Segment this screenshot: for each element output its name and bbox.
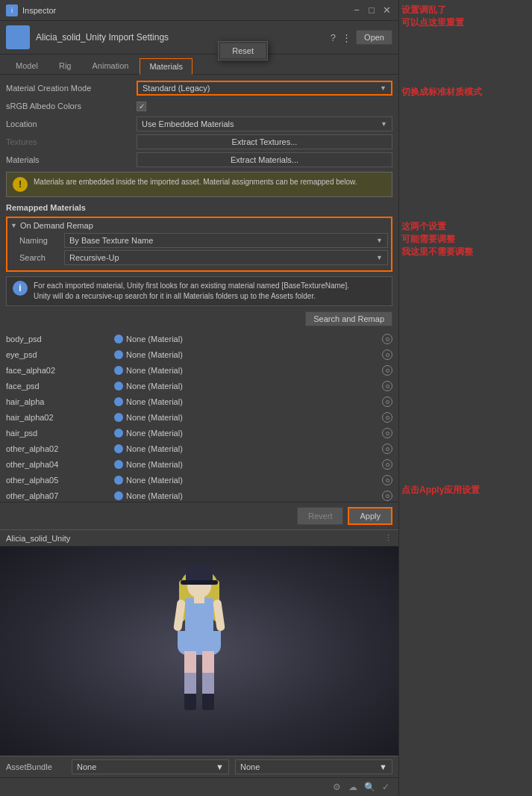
material-target-icon[interactable]: [382, 491, 392, 501]
minimize-button[interactable]: −: [351, 4, 363, 16]
toolbar-icon-1[interactable]: ⚙: [330, 780, 343, 794]
search-remap-container: Search and Remap: [6, 309, 392, 329]
preview-menu-button[interactable]: ⋮: [384, 533, 392, 543]
info-icon: i: [13, 281, 28, 296]
material-none-label: None (Material): [126, 350, 183, 359]
srgb-checkbox[interactable]: ✓: [137, 102, 146, 111]
srgb-value: ✓: [137, 102, 392, 111]
material-creation-mode-dropdown[interactable]: Standard (Legacy) ▼: [137, 81, 392, 96]
table-row: hair_alpha02 None (Material): [6, 410, 392, 425]
material-value: None (Material): [114, 334, 392, 344]
extract-materials-button[interactable]: Extract Materials...: [137, 152, 392, 167]
header-left: i Inspector: [6, 4, 56, 16]
inspector-title: Inspector: [22, 6, 56, 15]
material-target-icon[interactable]: [382, 334, 392, 344]
search-row: Search Recursive-Up ▼: [10, 250, 388, 265]
remapped-materials-header: Remapped Materials: [6, 202, 392, 214]
material-dot-icon: [114, 444, 123, 453]
table-row: face_alpha02 None (Material): [6, 363, 392, 378]
preview-header: Alicia_solid_Unity ⋮: [0, 530, 398, 547]
info-text: For each imported material, Unity first …: [34, 281, 349, 302]
asset-bundle-select1[interactable]: None ▼: [72, 759, 229, 774]
on-demand-remap-title: On Demand Remap: [20, 221, 93, 230]
help-button[interactable]: ?: [329, 31, 337, 45]
material-none-label: None (Material): [126, 491, 183, 500]
toolbar-icon-4[interactable]: ✓: [379, 780, 392, 794]
material-target-icon[interactable]: [382, 459, 392, 470]
warning-box: ! Materials are embedded inside the impo…: [6, 172, 392, 197]
inspector-icon: i: [6, 4, 18, 16]
search-value: Recursive-Up ▼: [64, 250, 388, 265]
tab-animation[interactable]: Animation: [82, 57, 138, 74]
asset-bundle-row: AssetBundle None ▼ None ▼: [0, 756, 398, 777]
extract-textures-button[interactable]: Extract Textures...: [137, 134, 392, 149]
ab-select1-arrow-icon: ▼: [216, 762, 224, 771]
material-target-icon[interactable]: [382, 349, 392, 360]
naming-dropdown[interactable]: By Base Texture Name ▼: [64, 233, 388, 248]
file-header-right: ? ⋮ Open: [329, 30, 392, 45]
material-none-label: None (Material): [126, 335, 183, 343]
file-icon: [6, 25, 30, 49]
material-dot-icon: [114, 476, 123, 485]
search-dropdown[interactable]: Recursive-Up ▼: [64, 250, 388, 265]
material-name: body_psd: [6, 335, 114, 343]
material-name: hair_alpha02: [6, 413, 114, 422]
toolbar-icon-3[interactable]: 🔍: [363, 780, 376, 794]
material-dot-icon: [114, 491, 123, 500]
material-target-icon[interactable]: [382, 444, 392, 454]
tab-rig[interactable]: Rig: [49, 57, 81, 74]
annotation-reset: 设置调乱了 可以点这里重置: [401, 4, 528, 29]
material-target-icon[interactable]: [382, 412, 392, 423]
close-button[interactable]: ✕: [381, 4, 392, 16]
maximize-button[interactable]: □: [366, 4, 378, 16]
table-row: other_alpha04 None (Material): [6, 457, 392, 472]
file-name: Alicia_solid_Unity Import Settings: [36, 32, 323, 43]
material-target-icon[interactable]: [382, 428, 392, 438]
tab-model[interactable]: Model: [6, 57, 48, 74]
settings-area: Material Creation Mode Standard (Legacy)…: [0, 75, 398, 502]
material-value: None (Material): [114, 491, 392, 501]
material-value: None (Material): [114, 428, 392, 438]
revert-button[interactable]: Revert: [297, 507, 343, 525]
table-row: hair_psd None (Material): [6, 426, 392, 441]
search-remap-button[interactable]: Search and Remap: [305, 311, 392, 326]
material-list: body_psd None (Material) eye_psd None (M…: [6, 332, 392, 502]
asset-bundle-select2[interactable]: None ▼: [235, 759, 392, 774]
reset-button[interactable]: Reset: [220, 43, 266, 58]
file-header: Alicia_solid_Unity Import Settings ? ⋮ O…: [0, 21, 398, 55]
table-row: other_alpha07 None (Material): [6, 488, 392, 502]
collapse-icon[interactable]: ▼: [10, 222, 17, 229]
naming-row: Naming By Base Texture Name ▼: [10, 233, 388, 248]
table-row: other_alpha05 None (Material): [6, 473, 392, 488]
open-button[interactable]: Open: [356, 30, 392, 45]
material-target-icon[interactable]: [382, 475, 392, 485]
bottom-actions: Revert Apply: [0, 502, 398, 529]
table-row: eye_psd None (Material): [6, 347, 392, 362]
tabs-bar: Model Rig Animation Materials: [0, 55, 398, 75]
material-value: None (Material): [114, 475, 392, 485]
materials-label: Materials: [6, 155, 137, 164]
location-dropdown[interactable]: Use Embedded Materials ▼: [137, 116, 392, 131]
material-name: other_alpha05: [6, 476, 114, 485]
toolbar-icon-2[interactable]: ☁: [346, 780, 360, 794]
textures-label: Textures: [6, 137, 137, 146]
material-target-icon[interactable]: [382, 365, 392, 376]
warning-text: Materials are embedded inside the import…: [34, 177, 357, 192]
material-target-icon[interactable]: [382, 381, 392, 391]
preview-section: Alicia_solid_Unity ⋮: [0, 529, 398, 756]
file-info: Alicia_solid_Unity Import Settings: [36, 32, 323, 43]
material-target-icon[interactable]: [382, 397, 392, 407]
settings-button[interactable]: ⋮: [340, 31, 353, 45]
tab-materials[interactable]: Materials: [140, 58, 193, 75]
srgb-label: sRGB Albedo Colors: [6, 102, 137, 111]
apply-button[interactable]: Apply: [348, 507, 392, 525]
material-none-label: None (Material): [126, 397, 183, 406]
preview-canvas: [0, 547, 398, 756]
bottom-toolbar: ⚙ ☁ 🔍 ✓: [0, 777, 398, 796]
material-value: None (Material): [114, 349, 392, 360]
materials-value: Extract Materials...: [137, 152, 392, 167]
textures-value: Extract Textures...: [137, 134, 392, 149]
material-dot-icon: [114, 335, 123, 343]
material-dot-icon: [114, 460, 123, 469]
location-label: Location: [6, 119, 137, 128]
